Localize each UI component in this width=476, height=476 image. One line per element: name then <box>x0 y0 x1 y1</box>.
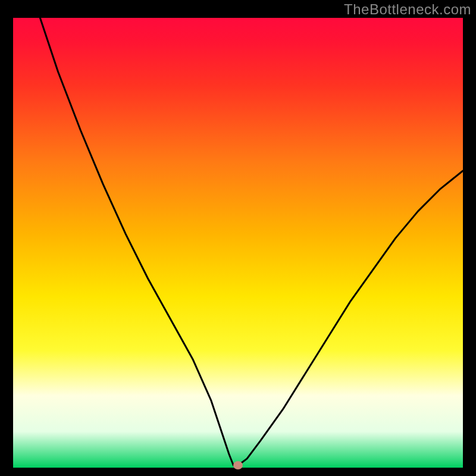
plot-area <box>13 18 463 468</box>
watermark-text: TheBottleneck.com <box>344 1 471 18</box>
chart-frame: TheBottleneck.com <box>0 0 476 476</box>
optimum-marker-icon <box>233 461 243 469</box>
bottleneck-curve <box>13 18 463 468</box>
